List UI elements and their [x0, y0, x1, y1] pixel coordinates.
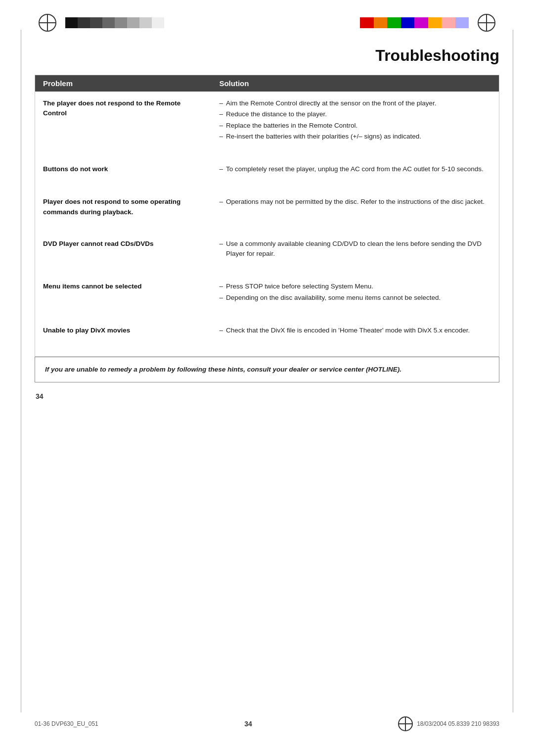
solution-cell-5: –Check that the DivX file is encoded in … [211, 319, 499, 341]
solution-item: –Press STOP twice before selecting Syste… [219, 282, 491, 291]
solution-cell-0: –Aim the Remote Control directly at the … [211, 92, 499, 147]
footer-center-text: 34 [244, 720, 252, 728]
table-row: Buttons do not work–To completely reset … [35, 157, 499, 180]
footer: 01-36 DVP630_EU_051 34 18/03/2004 05.833… [35, 716, 499, 731]
solution-text: Aim the Remote Control directly at the s… [226, 98, 491, 108]
solution-text: Replace the batteries in the Remote Cont… [226, 121, 491, 131]
problem-cell-5: Unable to play DivX movies [35, 319, 211, 341]
solution-item: –Depending on the disc availability, som… [219, 293, 491, 303]
left-color-bar [65, 17, 164, 28]
solution-text: Reduce the distance to the player. [226, 109, 491, 119]
problem-cell-3: DVD Player cannot read CDs/DVDs [35, 232, 211, 265]
solution-cell-2: –Operations may not be permitted by the … [211, 190, 499, 222]
table-row: Menu items cannot be selected–Press STOP… [35, 275, 499, 309]
solution-dash: – [219, 164, 223, 174]
solution-text: Operations may not be permitted by the d… [226, 197, 491, 207]
solution-text: Press STOP twice before selecting System… [226, 282, 491, 291]
table-row: The player does not respond to the Remot… [35, 92, 499, 147]
page-title: Troubleshooting [35, 47, 499, 65]
solution-dash: – [219, 326, 223, 335]
solution-item: –Replace the batteries in the Remote Con… [219, 121, 491, 131]
solution-item: –Operations may not be permitted by the … [219, 197, 491, 207]
left-margin-line [21, 30, 21, 712]
solution-item: –Check that the DivX file is encoded in … [219, 326, 491, 335]
solution-item: –Aim the Remote Control directly at the … [219, 98, 491, 108]
solution-cell-3: –Use a commonly available cleaning CD/DV… [211, 232, 499, 265]
right-color-bar [360, 17, 469, 28]
table-row: DVD Player cannot read CDs/DVDs–Use a co… [35, 232, 499, 265]
footer-left-text: 01-36 DVP630_EU_051 [35, 720, 98, 727]
spacer-row [35, 309, 499, 319]
solution-cell-1: –To completely reset the player, unplug … [211, 157, 499, 180]
solution-cell-4: –Press STOP twice before selecting Syste… [211, 275, 499, 309]
troubleshoot-table-container: Problem Solution The player does not res… [35, 75, 499, 357]
bottom-note-text: If you are unable to remedy a problem by… [45, 366, 401, 373]
solution-item: –Re-insert the batteries with their pola… [219, 132, 491, 142]
problem-cell-0: The player does not respond to the Remot… [35, 92, 211, 147]
right-margin-line [513, 30, 513, 712]
col-header-solution: Solution [211, 75, 499, 92]
solution-item: –To completely reset the player, unplug … [219, 164, 491, 174]
spacer-row [35, 265, 499, 275]
solution-item: –Use a commonly available cleaning CD/DV… [219, 239, 491, 259]
top-right-crosshair [478, 14, 495, 32]
col-header-problem: Problem [35, 75, 211, 92]
solution-dash: – [219, 98, 223, 108]
spacer-row [35, 222, 499, 232]
footer-right: 18/03/2004 05.8339 210 98393 [398, 716, 499, 731]
footer-crosshair [398, 716, 413, 731]
top-bar-area [0, 0, 534, 32]
problem-cell-1: Buttons do not work [35, 157, 211, 180]
page-wrapper: Troubleshooting Problem Solution The pla… [0, 0, 534, 756]
solution-text: Depending on the disc availability, some… [226, 293, 491, 303]
table-row: Unable to play DivX movies–Check that th… [35, 319, 499, 341]
page-number: 34 [35, 392, 499, 400]
solution-dash: – [219, 239, 223, 249]
problem-cell-2: Player does not respond to some operatin… [35, 190, 211, 222]
table-row: Player does not respond to some operatin… [35, 190, 499, 222]
solution-dash: – [219, 132, 223, 142]
solution-item: –Reduce the distance to the player. [219, 109, 491, 119]
solution-dash: – [219, 121, 223, 131]
footer-right-text: 18/03/2004 05.8339 210 98393 [417, 720, 499, 727]
spacer-row [35, 147, 499, 157]
problem-cell-4: Menu items cannot be selected [35, 275, 211, 309]
top-left-crosshair [39, 14, 56, 32]
solution-text: Re-insert the batteries with their polar… [226, 132, 491, 142]
solution-text: Use a commonly available cleaning CD/DVD… [226, 239, 491, 259]
bottom-note: If you are unable to remedy a problem by… [35, 357, 499, 382]
solution-dash: – [219, 109, 223, 119]
table-header-row: Problem Solution [35, 75, 499, 92]
spacer-row [35, 180, 499, 190]
solution-dash: – [219, 197, 223, 207]
solution-text: Check that the DivX file is encoded in '… [226, 326, 491, 335]
solution-dash: – [219, 293, 223, 303]
main-content: Troubleshooting Problem Solution The pla… [0, 37, 534, 400]
solution-text: To completely reset the player, unplug t… [226, 164, 491, 174]
solution-dash: – [219, 282, 223, 291]
troubleshoot-table: Problem Solution The player does not res… [35, 75, 499, 341]
